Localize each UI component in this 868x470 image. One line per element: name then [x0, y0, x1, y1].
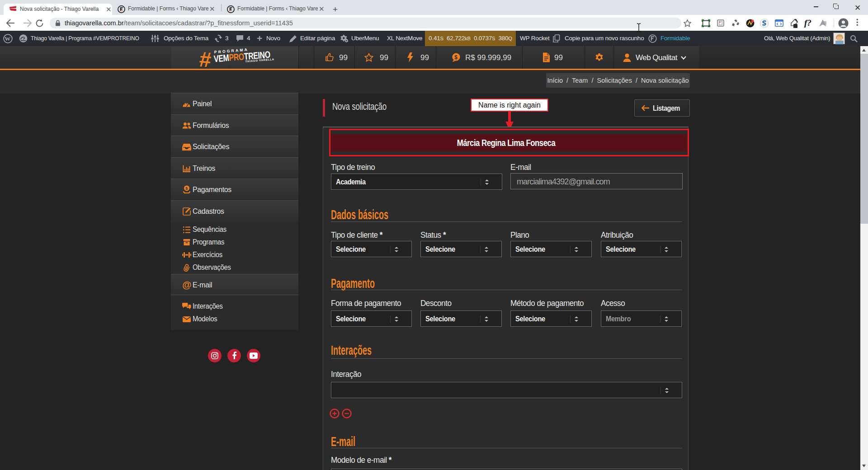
svg-text:W: W — [5, 35, 10, 42]
svg-text:$: $ — [185, 186, 188, 191]
svg-text:.: . — [794, 25, 795, 28]
svg-text:$: $ — [454, 54, 458, 61]
